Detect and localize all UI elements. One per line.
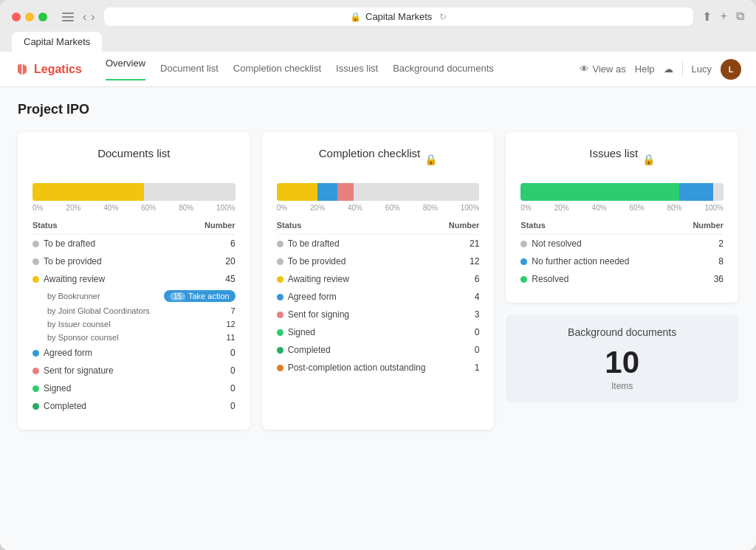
background-documents-card: Background documents 10 Items: [506, 314, 738, 403]
table-row: Sent for signature 0: [32, 362, 236, 379]
documents-list-title: Documents list: [97, 147, 170, 159]
documents-status-table: Status Number To be drafted 6: [32, 221, 236, 415]
documents-table-header: Status Number: [32, 221, 236, 235]
table-row: Not resolved 2: [520, 235, 724, 252]
page-body: Project IPO Documents list 0% 2: [0, 87, 756, 550]
tabs-icon[interactable]: ⧉: [736, 10, 744, 24]
tab-title: Capital Markets: [24, 36, 90, 47]
nav-item-issues-list[interactable]: Issues list: [336, 63, 378, 75]
number-header: Number: [693, 221, 724, 230]
avatar-initials: L: [729, 65, 734, 74]
progress-green: [520, 183, 678, 201]
share-icon[interactable]: ⬆: [702, 10, 712, 24]
issues-status-table: Status Number Not resolved 2: [520, 221, 724, 288]
dot-blue: [32, 350, 39, 357]
table-row: Signed 0: [277, 323, 480, 341]
progress-pink: [337, 183, 354, 201]
nav-arrows: ‹ ›: [83, 10, 95, 24]
status-header: Status: [277, 221, 302, 230]
active-tab[interactable]: Capital Markets: [12, 32, 102, 52]
bg-docs-count: 10: [520, 347, 724, 378]
lock-icon: 🔒: [425, 154, 437, 165]
lock-icon: 🔒: [350, 12, 361, 22]
back-arrow[interactable]: ‹: [83, 10, 86, 24]
progress-gray: [713, 183, 724, 201]
app-content: Legatics Overview Document list Completi…: [0, 52, 756, 550]
table-row: Awaiting review 45: [32, 270, 236, 288]
dot-pink: [277, 312, 284, 318]
logo[interactable]: Legatics: [15, 62, 82, 77]
completion-progress-bar: [277, 183, 480, 201]
nav-item-background-documents[interactable]: Background documents: [393, 63, 494, 75]
issues-progress-container: 0% 20% 40% 60% 80% 100%: [520, 183, 724, 212]
table-row: by Joint Global Coordinators 7: [32, 304, 236, 317]
address-bar[interactable]: 🔒 Capital Markets ↻: [104, 7, 693, 26]
user-avatar[interactable]: L: [721, 59, 741, 80]
completion-progress-container: 0% 20% 40% 60% 80% 100%: [277, 183, 480, 212]
take-action-badge[interactable]: 15 Take action: [164, 290, 236, 302]
completion-table-header: Status Number: [277, 221, 480, 235]
progress-labels: 0% 20% 40% 60% 80% 100%: [32, 204, 236, 212]
documents-progress-container: 0% 20% 40% 60% 80% 100%: [32, 183, 236, 212]
bg-docs-title: Background documents: [520, 326, 724, 338]
issues-table-header: Status Number: [520, 221, 724, 235]
table-row: by Sponsor counsel 11: [32, 331, 236, 344]
badge-text: Take action: [188, 292, 230, 300]
completion-checklist-title: Completion checklist: [319, 147, 421, 159]
page-title: Project IPO: [18, 102, 738, 117]
new-tab-icon[interactable]: +: [721, 10, 727, 24]
status-header: Status: [520, 221, 546, 230]
dot-gray: [277, 241, 284, 247]
dot-yellow: [277, 276, 284, 283]
table-row: Completed 0: [277, 341, 480, 359]
progress-blue: [317, 183, 337, 201]
reload-icon[interactable]: ↻: [439, 12, 447, 22]
nav-right: 👁 View as Help ☁ Lucy L: [580, 59, 741, 80]
table-row: Completed 0: [32, 397, 236, 415]
dot-darkgreen: [32, 403, 39, 410]
traffic-lights: [12, 13, 47, 21]
table-row: Agreed form 0: [32, 344, 236, 362]
dot-blue: [277, 294, 284, 300]
dot-gray: [32, 258, 39, 265]
view-as-item[interactable]: 👁 View as: [580, 63, 625, 75]
dot-green: [277, 329, 284, 336]
eye-icon: 👁: [580, 63, 589, 75]
status-header: Status: [32, 221, 58, 230]
table-row: Post-completion action outstanding 1: [277, 359, 480, 377]
browser-chrome: ‹ › 🔒 Capital Markets ↻ ⬆ + ⧉ Capital Ma…: [0, 0, 756, 52]
dot-pink: [32, 368, 39, 374]
cards-grid: Documents list 0% 20% 40% 60% 80%: [18, 132, 738, 430]
nav-item-overview[interactable]: Overview: [106, 58, 145, 80]
forward-arrow[interactable]: ›: [91, 10, 94, 24]
dot-green: [32, 385, 39, 392]
view-as-text: View as: [592, 63, 625, 75]
bg-docs-items-label: Items: [520, 381, 724, 391]
dot-gray: [520, 241, 527, 247]
right-column: Issues list 🔒 0% 20%: [506, 132, 738, 430]
nav-item-document-list[interactable]: Document list: [160, 63, 219, 75]
nav-item-completion-checklist[interactable]: Completion checklist: [233, 63, 321, 75]
logo-icon: [15, 62, 30, 77]
progress-labels: 0% 20% 40% 60% 80% 100%: [520, 204, 724, 212]
issues-list-card: Issues list 🔒 0% 20%: [506, 132, 738, 303]
minimize-button[interactable]: [25, 13, 34, 21]
dot-gray: [32, 241, 39, 247]
close-button[interactable]: [12, 13, 21, 21]
table-row: To be drafted 21: [277, 235, 480, 252]
browser-window: ‹ › 🔒 Capital Markets ↻ ⬆ + ⧉ Capital Ma…: [0, 0, 756, 550]
table-row: by Issuer counsel 12: [32, 317, 236, 331]
table-row: Resolved 36: [520, 270, 724, 288]
help-text[interactable]: Help: [635, 63, 655, 75]
issues-list-title: Issues list: [589, 147, 638, 159]
top-nav: Legatics Overview Document list Completi…: [0, 52, 756, 87]
user-name: Lucy: [692, 63, 712, 75]
badge-number: 15: [170, 292, 185, 300]
maximize-button[interactable]: [38, 13, 47, 21]
sidebar-toggle[interactable]: [62, 13, 74, 21]
table-row: Awaiting review 6: [277, 270, 480, 288]
table-row: To be drafted 6: [32, 235, 236, 252]
dot-orange: [277, 365, 284, 371]
table-row: Signed 0: [32, 379, 236, 397]
table-row: by Bookrunner 15 Take action: [32, 288, 236, 304]
